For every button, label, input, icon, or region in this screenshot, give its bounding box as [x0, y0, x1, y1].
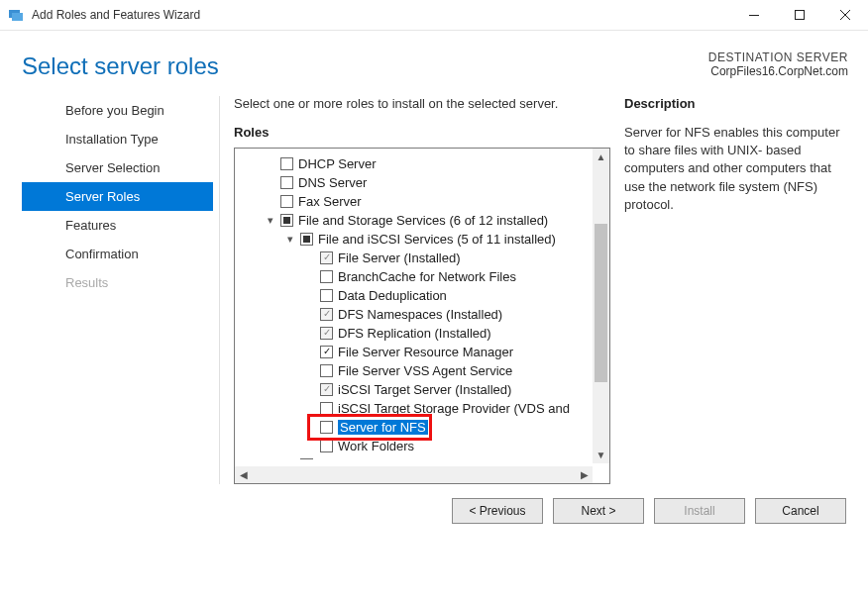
tree-node[interactable]: DNS Server	[241, 173, 605, 192]
tree-node[interactable]: Storage Services (Installed)	[241, 455, 605, 459]
next-button[interactable]: Next >	[553, 498, 644, 524]
tree-node-label[interactable]: File Server VSS Agent Service	[338, 363, 512, 378]
tree-node-label[interactable]: File Server Resource Manager	[338, 345, 513, 359]
tree-node[interactable]: ▾File and iSCSI Services (5 of 11 instal…	[241, 230, 605, 249]
tree-node[interactable]: Fax Server	[241, 192, 605, 211]
scroll-right-icon[interactable]: ▶	[576, 466, 593, 483]
description-label: Description	[624, 96, 846, 111]
tree-node[interactable]: Data Deduplication	[241, 286, 605, 305]
tree-node[interactable]: File Server Resource Manager	[241, 343, 605, 361]
checkbox[interactable]	[320, 346, 333, 358]
scroll-left-icon[interactable]: ◀	[235, 466, 252, 483]
checkbox[interactable]	[320, 270, 333, 283]
tree-node[interactable]: iSCSI Target Server (Installed)	[241, 380, 605, 399]
install-button[interactable]: Install	[654, 498, 745, 524]
tree-node-label[interactable]: Fax Server	[298, 194, 362, 209]
tree-node[interactable]: Server for NFS	[241, 418, 605, 437]
checkbox[interactable]	[320, 383, 333, 396]
svg-rect-1	[12, 13, 23, 21]
tree-node-label[interactable]: DNS Server	[298, 175, 367, 190]
roles-tree[interactable]: DHCP ServerDNS ServerFax Server▾File and…	[234, 148, 610, 484]
checkbox[interactable]	[320, 289, 333, 302]
expander-icon[interactable]: ▾	[285, 233, 295, 246]
wizard-steps: Before you BeginInstallation TypeServer …	[22, 96, 220, 484]
window-title: Add Roles and Features Wizard	[32, 8, 731, 22]
checkbox[interactable]	[320, 440, 333, 452]
wizard-step[interactable]: Confirmation	[22, 240, 213, 268]
tree-node-label[interactable]: File and Storage Services (6 of 12 insta…	[298, 213, 548, 228]
wizard-step[interactable]: Server Roles	[22, 182, 213, 211]
main-layout: Before you BeginInstallation TypeServer …	[0, 80, 868, 484]
description-text: Server for NFS enables this computer to …	[624, 124, 846, 214]
wizard-footer: < Previous Next > Install Cancel	[0, 484, 868, 524]
scroll-thumb[interactable]	[595, 224, 607, 382]
wizard-step[interactable]: Installation Type	[22, 125, 213, 153]
vertical-scrollbar[interactable]: ▲ ▼	[593, 149, 609, 463]
previous-button[interactable]: < Previous	[452, 498, 543, 524]
tree-node-label[interactable]: DFS Replication (Installed)	[338, 326, 491, 341]
scroll-down-icon[interactable]: ▼	[593, 447, 609, 463]
horizontal-scrollbar[interactable]: ◀ ▶	[235, 466, 593, 483]
tree-node[interactable]: BranchCache for Network Files	[241, 267, 605, 286]
wizard-step[interactable]: Before you Begin	[22, 96, 213, 125]
checkbox[interactable]	[280, 157, 293, 170]
description-panel: Description Server for NFS enables this …	[624, 96, 846, 484]
wizard-step[interactable]: Server Selection	[22, 153, 213, 182]
tree-node[interactable]: DHCP Server	[241, 154, 605, 173]
destination-label: DESTINATION SERVER	[708, 50, 848, 64]
tree-node[interactable]: File Server VSS Agent Service	[241, 361, 605, 380]
checkbox[interactable]	[320, 364, 333, 377]
close-button[interactable]	[822, 0, 868, 30]
roles-label: Roles	[234, 125, 610, 140]
destination-server-name: CorpFiles16.CorpNet.com	[708, 64, 848, 78]
tree-node[interactable]: DFS Replication (Installed)	[241, 324, 605, 343]
tree-node-label[interactable]: File and iSCSI Services (5 of 11 install…	[318, 232, 556, 247]
wizard-step[interactable]: Features	[22, 211, 213, 240]
wizard-body: DESTINATION SERVER CorpFiles16.CorpNet.c…	[0, 31, 868, 524]
checkbox[interactable]	[280, 214, 293, 227]
tree-node[interactable]: ▾File and Storage Services (6 of 12 inst…	[241, 211, 605, 230]
tree-node-label[interactable]: File Server (Installed)	[338, 250, 461, 265]
minimize-button[interactable]	[731, 0, 777, 30]
cancel-button[interactable]: Cancel	[755, 498, 846, 524]
checkbox[interactable]	[300, 458, 313, 459]
checkbox[interactable]	[300, 233, 313, 246]
checkbox[interactable]	[320, 308, 333, 321]
checkbox[interactable]	[280, 195, 293, 208]
highlight-box	[307, 414, 432, 441]
destination-server: DESTINATION SERVER CorpFiles16.CorpNet.c…	[708, 50, 848, 78]
checkbox[interactable]	[320, 327, 333, 340]
checkbox[interactable]	[280, 176, 293, 189]
checkbox[interactable]	[320, 251, 333, 264]
tree-node[interactable]: DFS Namespaces (Installed)	[241, 305, 605, 324]
scroll-up-icon[interactable]: ▲	[593, 149, 609, 165]
tree-node-label[interactable]: DHCP Server	[298, 156, 377, 171]
instruction-text: Select one or more roles to install on t…	[234, 96, 610, 111]
titlebar: Add Roles and Features Wizard	[0, 0, 868, 31]
tree-node-label[interactable]: DFS Namespaces (Installed)	[338, 307, 502, 322]
expander-icon[interactable]: ▾	[266, 214, 275, 227]
tree-node-label[interactable]: iSCSI Target Server (Installed)	[338, 382, 511, 397]
maximize-button[interactable]	[777, 0, 822, 30]
tree-node-label[interactable]: BranchCache for Network Files	[338, 269, 516, 284]
roles-panel: Select one or more roles to install on t…	[234, 96, 610, 484]
svg-rect-2	[749, 15, 759, 16]
wizard-step: Results	[22, 268, 213, 297]
tree-node-label[interactable]: Data Deduplication	[338, 288, 447, 303]
app-icon	[8, 7, 24, 23]
tree-node-label[interactable]: Work Folders	[338, 439, 414, 453]
tree-node-label[interactable]: Storage Services (Installed)	[318, 457, 477, 459]
tree-node[interactable]: File Server (Installed)	[241, 249, 605, 267]
svg-rect-3	[796, 11, 805, 20]
